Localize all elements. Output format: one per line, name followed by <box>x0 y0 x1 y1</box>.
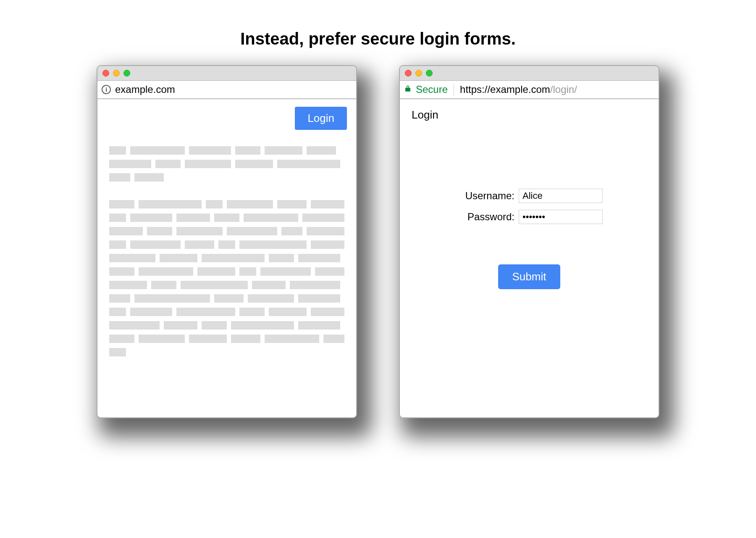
info-icon: i <box>102 85 111 94</box>
login-form: Username: Password: Submit <box>412 189 647 289</box>
address-bar[interactable]: i example.com <box>97 81 356 99</box>
url-protocol: https:// <box>460 84 490 95</box>
url-text: example.com <box>115 84 175 95</box>
secure-browser-window: Secure https://example.com/login/ Login … <box>399 65 659 418</box>
login-button[interactable]: Login <box>295 107 347 130</box>
password-field[interactable] <box>519 210 603 224</box>
maximize-icon[interactable] <box>123 70 130 76</box>
placeholder-text <box>109 146 344 356</box>
username-label: Username: <box>456 190 514 202</box>
insecure-browser-window: i example.com Login <box>97 65 357 418</box>
page-content-insecure: Login <box>97 99 356 417</box>
window-titlebar <box>400 66 659 81</box>
window-titlebar <box>97 66 356 81</box>
username-field[interactable] <box>519 189 603 203</box>
page-heading: Instead, prefer secure login forms. <box>240 29 516 48</box>
maximize-icon[interactable] <box>426 70 433 76</box>
url-host: example.com <box>490 84 550 95</box>
close-icon[interactable] <box>102 70 109 76</box>
lock-icon <box>404 84 412 95</box>
password-label: Password: <box>456 211 514 223</box>
address-bar[interactable]: Secure https://example.com/login/ <box>400 81 659 99</box>
secure-label: Secure <box>416 84 448 95</box>
divider <box>454 84 454 95</box>
submit-button[interactable]: Submit <box>498 264 561 289</box>
url-path: /login/ <box>550 84 577 95</box>
url-text: https://example.com/login/ <box>460 84 577 95</box>
page-content-secure: Login Username: Password: Submit <box>400 99 659 417</box>
minimize-icon[interactable] <box>415 70 422 76</box>
minimize-icon[interactable] <box>113 70 120 76</box>
login-title: Login <box>412 108 647 121</box>
close-icon[interactable] <box>405 70 412 76</box>
